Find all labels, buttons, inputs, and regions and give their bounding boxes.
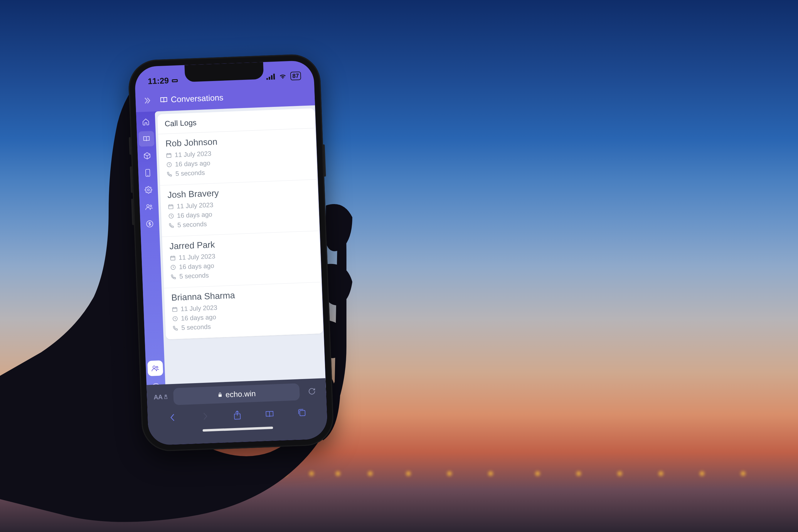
back-button[interactable]: [163, 410, 182, 425]
battery-badge: 87: [290, 71, 301, 80]
svg-point-12: [153, 366, 155, 368]
reader-aa-button[interactable]: AA: [153, 389, 169, 405]
call-log-duration: 5 seconds: [179, 271, 209, 280]
phone-icon: [171, 273, 177, 280]
nav-contacts[interactable]: [141, 199, 157, 215]
svg-rect-24: [300, 411, 305, 416]
call-log-name: Josh Bravery: [167, 184, 311, 200]
phone-icon: [167, 171, 173, 177]
svg-rect-2: [266, 78, 268, 80]
bokeh-lights: [0, 470, 798, 491]
call-log-ago: 16 days ago: [179, 262, 214, 271]
nav-billing[interactable]: [142, 216, 158, 232]
signal-icon: [266, 74, 275, 80]
forward-button[interactable]: [195, 409, 215, 424]
clock-icon: [166, 162, 172, 168]
svg-rect-15: [167, 154, 171, 158]
expand-sidebar-button[interactable]: [142, 95, 155, 107]
reload-button[interactable]: [304, 383, 320, 399]
call-log-date: 11 July 2023: [175, 150, 212, 159]
tabs-button[interactable]: [292, 405, 311, 420]
svg-rect-19: [171, 256, 175, 261]
call-log-name: Brianna Sharma: [171, 287, 315, 303]
calendar-icon: [166, 152, 172, 158]
call-log-row[interactable]: Josh Bravery 11 July 2023 16 days ago 5 …: [160, 180, 319, 237]
svg-rect-21: [173, 307, 177, 311]
call-log-name: Rob Johnson: [165, 133, 309, 149]
svg-rect-4: [271, 75, 273, 80]
call-log-date: 11 July 2023: [180, 304, 217, 313]
call-log-row[interactable]: Rob Johnson 11 July 2023 16 days ago 5 s…: [158, 128, 317, 186]
calendar-icon: [172, 306, 178, 312]
nav-phone[interactable]: [140, 165, 156, 181]
clock-icon: [168, 213, 174, 219]
lock-icon: [217, 392, 223, 398]
call-log-row[interactable]: Jarred Park 11 July 2023 16 days ago 5 s…: [162, 231, 321, 288]
url-text: echo.win: [226, 389, 256, 399]
call-log-date: 11 July 2023: [178, 252, 215, 262]
nav-package[interactable]: [139, 148, 155, 164]
content-area: Call Logs Rob Johnson 11 July 2023 16 da…: [155, 106, 326, 399]
home-indicator[interactable]: [203, 426, 273, 432]
phone-mockup: 11:29 87 Conversations: [128, 53, 335, 452]
call-log-date: 11 July 2023: [176, 201, 213, 210]
svg-rect-17: [169, 205, 173, 209]
status-time: 11:29: [148, 76, 169, 86]
call-log-duration: 5 seconds: [177, 220, 207, 229]
calendar-icon: [168, 204, 174, 210]
call-log-ago: 16 days ago: [181, 313, 216, 322]
phone-icon: [169, 222, 175, 228]
nav-settings[interactable]: [140, 182, 156, 198]
bookmarks-button[interactable]: [260, 406, 279, 421]
call-log-ago: 16 days ago: [177, 210, 213, 220]
book-open-icon: [159, 96, 168, 104]
svg-rect-1: [173, 80, 177, 82]
call-log-row[interactable]: Brianna Sharma 11 July 2023 16 days ago …: [164, 282, 323, 339]
call-log-duration: 5 seconds: [181, 323, 211, 332]
nav-home[interactable]: [138, 114, 154, 130]
nav-conversations[interactable]: [138, 131, 154, 147]
svg-point-9: [147, 205, 149, 207]
svg-rect-5: [273, 74, 275, 80]
share-button[interactable]: [228, 407, 247, 422]
svg-point-8: [147, 189, 149, 191]
dnd-icon: [171, 77, 178, 83]
phone-icon: [172, 325, 178, 331]
svg-rect-3: [269, 77, 270, 80]
svg-point-10: [150, 205, 152, 207]
safari-toolbar: AA echo.win: [147, 378, 328, 445]
call-log-ago: 16 days ago: [175, 159, 210, 169]
svg-point-13: [156, 366, 158, 368]
phone-notch: [184, 62, 264, 82]
calendar-icon: [170, 255, 176, 261]
call-log-duration: 5 seconds: [175, 169, 205, 178]
call-logs-card: Call Logs Rob Johnson 11 July 2023 16 da…: [157, 108, 323, 340]
wifi-icon: [278, 73, 287, 79]
nav-users-active[interactable]: [147, 360, 163, 376]
header-title: Conversations: [171, 93, 224, 104]
call-log-name: Jarred Park: [169, 236, 313, 251]
clock-icon: [170, 264, 176, 270]
clock-icon: [172, 316, 178, 322]
